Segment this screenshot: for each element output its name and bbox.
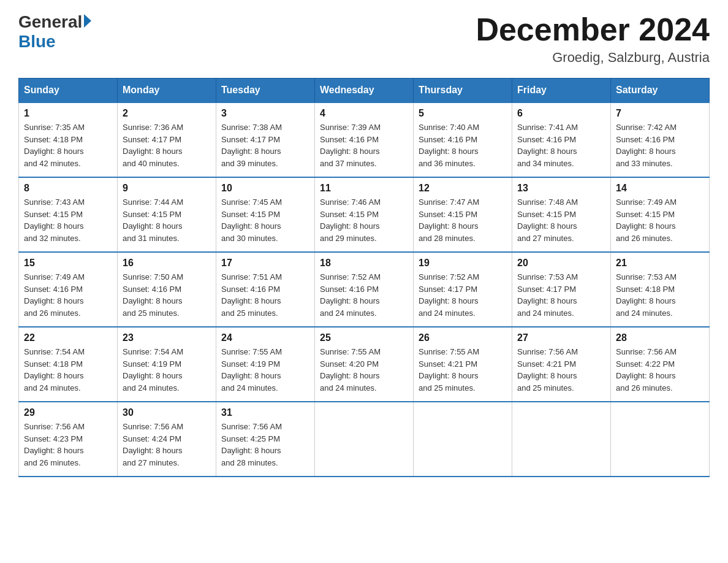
day-info: Sunrise: 7:41 AM Sunset: 4:16 PM Dayligh… xyxy=(517,121,605,169)
day-cell-14: 14 Sunrise: 7:49 AM Sunset: 4:15 PM Dayl… xyxy=(611,177,710,252)
empty-cell xyxy=(414,402,512,477)
day-cell-10: 10 Sunrise: 7:45 AM Sunset: 4:15 PM Dayl… xyxy=(216,177,315,252)
day-info: Sunrise: 7:49 AM Sunset: 4:16 PM Dayligh… xyxy=(24,271,112,319)
day-number: 1 xyxy=(24,108,112,119)
day-info: Sunrise: 7:56 AM Sunset: 4:25 PM Dayligh… xyxy=(221,421,309,469)
day-number: 18 xyxy=(320,258,408,269)
day-number: 12 xyxy=(419,183,507,194)
day-info: Sunrise: 7:56 AM Sunset: 4:23 PM Dayligh… xyxy=(24,421,112,469)
day-cell-25: 25 Sunrise: 7:55 AM Sunset: 4:20 PM Dayl… xyxy=(315,327,414,402)
day-cell-12: 12 Sunrise: 7:47 AM Sunset: 4:15 PM Dayl… xyxy=(414,177,512,252)
empty-cell xyxy=(512,402,611,477)
day-info: Sunrise: 7:56 AM Sunset: 4:21 PM Dayligh… xyxy=(517,346,605,394)
day-info: Sunrise: 7:46 AM Sunset: 4:15 PM Dayligh… xyxy=(320,196,408,244)
day-number: 20 xyxy=(517,258,605,269)
day-info: Sunrise: 7:45 AM Sunset: 4:15 PM Dayligh… xyxy=(221,196,309,244)
day-number: 17 xyxy=(221,258,309,269)
day-cell-17: 17 Sunrise: 7:51 AM Sunset: 4:16 PM Dayl… xyxy=(216,252,315,327)
day-info: Sunrise: 7:53 AM Sunset: 4:18 PM Dayligh… xyxy=(616,271,704,319)
header-wednesday: Wednesday xyxy=(315,79,414,103)
week-row-4: 22 Sunrise: 7:54 AM Sunset: 4:18 PM Dayl… xyxy=(19,327,710,402)
day-cell-19: 19 Sunrise: 7:52 AM Sunset: 4:17 PM Dayl… xyxy=(414,252,512,327)
day-number: 28 xyxy=(616,332,704,343)
day-cell-26: 26 Sunrise: 7:55 AM Sunset: 4:21 PM Dayl… xyxy=(414,327,512,402)
day-number: 6 xyxy=(517,108,605,119)
day-cell-23: 23 Sunrise: 7:54 AM Sunset: 4:19 PM Dayl… xyxy=(118,327,216,402)
day-number: 27 xyxy=(517,332,605,343)
day-info: Sunrise: 7:55 AM Sunset: 4:19 PM Dayligh… xyxy=(221,346,309,394)
day-info: Sunrise: 7:56 AM Sunset: 4:24 PM Dayligh… xyxy=(123,421,211,469)
day-cell-6: 6 Sunrise: 7:41 AM Sunset: 4:16 PM Dayli… xyxy=(512,102,611,177)
day-cell-2: 2 Sunrise: 7:36 AM Sunset: 4:17 PM Dayli… xyxy=(118,102,216,177)
day-cell-16: 16 Sunrise: 7:50 AM Sunset: 4:16 PM Dayl… xyxy=(118,252,216,327)
week-row-5: 29 Sunrise: 7:56 AM Sunset: 4:23 PM Dayl… xyxy=(19,402,710,477)
day-info: Sunrise: 7:43 AM Sunset: 4:15 PM Dayligh… xyxy=(24,196,112,244)
week-row-3: 15 Sunrise: 7:49 AM Sunset: 4:16 PM Dayl… xyxy=(19,252,710,327)
day-info: Sunrise: 7:35 AM Sunset: 4:18 PM Dayligh… xyxy=(24,121,112,169)
header-sunday: Sunday xyxy=(19,79,118,103)
day-cell-1: 1 Sunrise: 7:35 AM Sunset: 4:18 PM Dayli… xyxy=(19,102,118,177)
week-row-2: 8 Sunrise: 7:43 AM Sunset: 4:15 PM Dayli… xyxy=(19,177,710,252)
day-cell-8: 8 Sunrise: 7:43 AM Sunset: 4:15 PM Dayli… xyxy=(19,177,118,252)
logo-arrow-icon xyxy=(84,14,91,28)
day-number: 23 xyxy=(123,332,211,343)
day-cell-20: 20 Sunrise: 7:53 AM Sunset: 4:17 PM Dayl… xyxy=(512,252,611,327)
day-info: Sunrise: 7:52 AM Sunset: 4:17 PM Dayligh… xyxy=(419,271,507,319)
day-number: 4 xyxy=(320,108,408,119)
day-info: Sunrise: 7:48 AM Sunset: 4:15 PM Dayligh… xyxy=(517,196,605,244)
day-number: 29 xyxy=(24,407,112,418)
day-number: 22 xyxy=(24,332,112,343)
day-info: Sunrise: 7:39 AM Sunset: 4:16 PM Dayligh… xyxy=(320,121,408,169)
header-monday: Monday xyxy=(118,79,216,103)
day-cell-4: 4 Sunrise: 7:39 AM Sunset: 4:16 PM Dayli… xyxy=(315,102,414,177)
day-number: 8 xyxy=(24,183,112,194)
day-info: Sunrise: 7:49 AM Sunset: 4:15 PM Dayligh… xyxy=(616,196,704,244)
day-number: 26 xyxy=(419,332,507,343)
day-number: 15 xyxy=(24,258,112,269)
day-info: Sunrise: 7:54 AM Sunset: 4:18 PM Dayligh… xyxy=(24,346,112,394)
day-info: Sunrise: 7:55 AM Sunset: 4:21 PM Dayligh… xyxy=(419,346,507,394)
day-cell-24: 24 Sunrise: 7:55 AM Sunset: 4:19 PM Dayl… xyxy=(216,327,315,402)
month-title: December 2024 xyxy=(476,12,710,47)
day-number: 7 xyxy=(616,108,704,119)
day-number: 5 xyxy=(419,108,507,119)
day-cell-5: 5 Sunrise: 7:40 AM Sunset: 4:16 PM Dayli… xyxy=(414,102,512,177)
day-number: 19 xyxy=(419,258,507,269)
header-saturday: Saturday xyxy=(611,79,710,103)
day-info: Sunrise: 7:42 AM Sunset: 4:16 PM Dayligh… xyxy=(616,121,704,169)
day-number: 2 xyxy=(123,108,211,119)
header-thursday: Thursday xyxy=(414,79,512,103)
day-number: 24 xyxy=(221,332,309,343)
day-cell-28: 28 Sunrise: 7:56 AM Sunset: 4:22 PM Dayl… xyxy=(611,327,710,402)
title-block: December 2024 Groedig, Salzburg, Austria xyxy=(476,12,710,66)
day-number: 11 xyxy=(320,183,408,194)
day-number: 14 xyxy=(616,183,704,194)
page-header: General Blue December 2024 Groedig, Salz… xyxy=(18,12,710,66)
day-cell-3: 3 Sunrise: 7:38 AM Sunset: 4:17 PM Dayli… xyxy=(216,102,315,177)
weekday-header-row: Sunday Monday Tuesday Wednesday Thursday… xyxy=(19,79,710,103)
day-info: Sunrise: 7:55 AM Sunset: 4:20 PM Dayligh… xyxy=(320,346,408,394)
day-info: Sunrise: 7:52 AM Sunset: 4:16 PM Dayligh… xyxy=(320,271,408,319)
location-title: Groedig, Salzburg, Austria xyxy=(476,50,710,66)
day-number: 10 xyxy=(221,183,309,194)
header-tuesday: Tuesday xyxy=(216,79,315,103)
week-row-1: 1 Sunrise: 7:35 AM Sunset: 4:18 PM Dayli… xyxy=(19,102,710,177)
day-cell-15: 15 Sunrise: 7:49 AM Sunset: 4:16 PM Dayl… xyxy=(19,252,118,327)
calendar-table: Sunday Monday Tuesday Wednesday Thursday… xyxy=(18,78,710,477)
logo-blue-text: Blue xyxy=(18,32,56,51)
day-number: 3 xyxy=(221,108,309,119)
day-number: 9 xyxy=(123,183,211,194)
day-number: 13 xyxy=(517,183,605,194)
header-friday: Friday xyxy=(512,79,611,103)
day-info: Sunrise: 7:50 AM Sunset: 4:16 PM Dayligh… xyxy=(123,271,211,319)
day-cell-29: 29 Sunrise: 7:56 AM Sunset: 4:23 PM Dayl… xyxy=(19,402,118,477)
day-number: 25 xyxy=(320,332,408,343)
day-info: Sunrise: 7:56 AM Sunset: 4:22 PM Dayligh… xyxy=(616,346,704,394)
day-number: 30 xyxy=(123,407,211,418)
day-info: Sunrise: 7:54 AM Sunset: 4:19 PM Dayligh… xyxy=(123,346,211,394)
day-number: 31 xyxy=(221,407,309,418)
empty-cell xyxy=(315,402,414,477)
day-cell-11: 11 Sunrise: 7:46 AM Sunset: 4:15 PM Dayl… xyxy=(315,177,414,252)
day-info: Sunrise: 7:40 AM Sunset: 4:16 PM Dayligh… xyxy=(419,121,507,169)
day-info: Sunrise: 7:51 AM Sunset: 4:16 PM Dayligh… xyxy=(221,271,309,319)
